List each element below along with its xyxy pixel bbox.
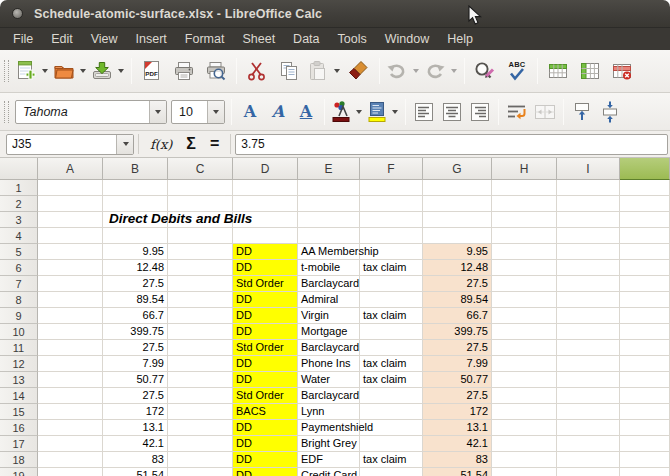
cell-E11[interactable]: Barclaycard <box>298 340 360 356</box>
cell-B3[interactable]: Direct Debits and Bills <box>103 212 168 228</box>
cell-D4[interactable] <box>233 228 298 244</box>
row-header-18[interactable]: 18 <box>0 452 38 468</box>
cut-button[interactable] <box>242 55 272 87</box>
column-header-H[interactable]: H <box>492 158 557 180</box>
cell-F18[interactable]: tax claim <box>360 452 423 468</box>
cell-H15[interactable] <box>492 404 557 420</box>
cell-G8[interactable]: 89.54 <box>423 292 492 308</box>
cell-A10[interactable] <box>38 324 103 340</box>
cell-H8[interactable] <box>492 292 557 308</box>
new-document-button[interactable] <box>14 55 50 87</box>
cell-F11[interactable] <box>360 340 423 356</box>
cell-I6[interactable] <box>557 260 620 276</box>
cell-H7[interactable] <box>492 276 557 292</box>
cell-J8[interactable] <box>620 292 670 308</box>
cell-E2[interactable] <box>298 196 360 212</box>
cell-E4[interactable] <box>298 228 360 244</box>
cell-A6[interactable] <box>38 260 103 276</box>
cell-J1[interactable] <box>620 180 670 196</box>
cell-B19[interactable]: 51.54 <box>103 468 168 476</box>
cell-I14[interactable] <box>557 388 620 404</box>
find-replace-button[interactable] <box>470 55 500 87</box>
cell-F13[interactable]: tax claim <box>360 372 423 388</box>
menu-help[interactable]: Help <box>438 30 482 48</box>
highlight-color-dropdown[interactable] <box>392 110 398 114</box>
cell-C12[interactable] <box>168 356 233 372</box>
underline-button[interactable]: A <box>293 98 319 126</box>
cell-H17[interactable] <box>492 436 557 452</box>
cell-I16[interactable] <box>557 420 620 436</box>
cell-H6[interactable] <box>492 260 557 276</box>
align-left-button[interactable] <box>411 98 437 126</box>
clone-formatting-button[interactable] <box>344 55 374 87</box>
cell-E19[interactable]: Credit Card <box>298 468 360 476</box>
cell-C19[interactable] <box>168 468 233 476</box>
cell-A19[interactable] <box>38 468 103 476</box>
cell-G13[interactable]: 50.77 <box>423 372 492 388</box>
cell-E1[interactable] <box>298 180 360 196</box>
menu-sheet[interactable]: Sheet <box>233 30 284 48</box>
cell-B8[interactable]: 89.54 <box>103 292 168 308</box>
cell-D7[interactable]: Std Order <box>233 276 298 292</box>
column-header-A[interactable]: A <box>38 158 103 180</box>
font-size-dropdown[interactable] <box>207 101 224 123</box>
row-header-10[interactable]: 10 <box>0 324 38 340</box>
align-top-button[interactable] <box>569 98 595 126</box>
undo-dropdown[interactable] <box>413 69 419 73</box>
menu-format[interactable]: Format <box>176 30 234 48</box>
cell-C4[interactable] <box>168 228 233 244</box>
cell-J18[interactable] <box>620 452 670 468</box>
cell-I9[interactable] <box>557 308 620 324</box>
titlebar[interactable]: Schedule-atomic-surface.xlsx - LibreOffi… <box>0 0 670 28</box>
cell-G3[interactable] <box>423 212 492 228</box>
row-header-19[interactable]: 19 <box>0 468 38 476</box>
column-header-I[interactable]: I <box>557 158 620 180</box>
menu-window[interactable]: Window <box>376 30 438 48</box>
menu-tools[interactable]: Tools <box>329 30 376 48</box>
cell-J7[interactable] <box>620 276 670 292</box>
cell-C16[interactable] <box>168 420 233 436</box>
cell-B17[interactable]: 42.1 <box>103 436 168 452</box>
cell-I2[interactable] <box>557 196 620 212</box>
cell-D10[interactable]: DD <box>233 324 298 340</box>
cell-D18[interactable]: DD <box>233 452 298 468</box>
open-dropdown[interactable] <box>80 69 86 73</box>
cell-C15[interactable] <box>168 404 233 420</box>
center-vertically-button[interactable] <box>597 98 623 126</box>
cell-E14[interactable]: Barclaycard <box>298 388 360 404</box>
cell-H16[interactable] <box>492 420 557 436</box>
cell-J9[interactable] <box>620 308 670 324</box>
print-preview-button[interactable] <box>201 55 231 87</box>
name-box-dropdown[interactable] <box>116 135 133 154</box>
row-header-8[interactable]: 8 <box>0 292 38 308</box>
function-wizard-icon[interactable]: f(x) <box>150 137 172 152</box>
cell-I18[interactable] <box>557 452 620 468</box>
cell-H5[interactable] <box>492 244 557 260</box>
column-header-F[interactable]: F <box>360 158 423 180</box>
cell-I19[interactable] <box>557 468 620 476</box>
cell-A8[interactable] <box>38 292 103 308</box>
cell-I10[interactable] <box>557 324 620 340</box>
cell-C6[interactable] <box>168 260 233 276</box>
font-color-dropdown[interactable] <box>356 110 362 114</box>
cell-G18[interactable]: 83 <box>423 452 492 468</box>
cell-J5[interactable] <box>620 244 670 260</box>
cell-B18[interactable]: 83 <box>103 452 168 468</box>
open-button[interactable] <box>52 55 88 87</box>
cell-C18[interactable] <box>168 452 233 468</box>
cell-J14[interactable] <box>620 388 670 404</box>
cell-I12[interactable] <box>557 356 620 372</box>
cell-D11[interactable]: Std Order <box>233 340 298 356</box>
row-header-11[interactable]: 11 <box>0 340 38 356</box>
cell-H19[interactable] <box>492 468 557 476</box>
cell-I1[interactable] <box>557 180 620 196</box>
cell-F14[interactable] <box>360 388 423 404</box>
cell-A17[interactable] <box>38 436 103 452</box>
redo-button[interactable] <box>423 55 459 87</box>
cell-D12[interactable]: DD <box>233 356 298 372</box>
row-header-3[interactable]: 3 <box>0 212 38 228</box>
cell-F5[interactable] <box>360 244 423 260</box>
cell-E6[interactable]: t-mobile <box>298 260 360 276</box>
cell-E3[interactable] <box>298 212 360 228</box>
cell-E5[interactable]: AA Membership <box>298 244 360 260</box>
